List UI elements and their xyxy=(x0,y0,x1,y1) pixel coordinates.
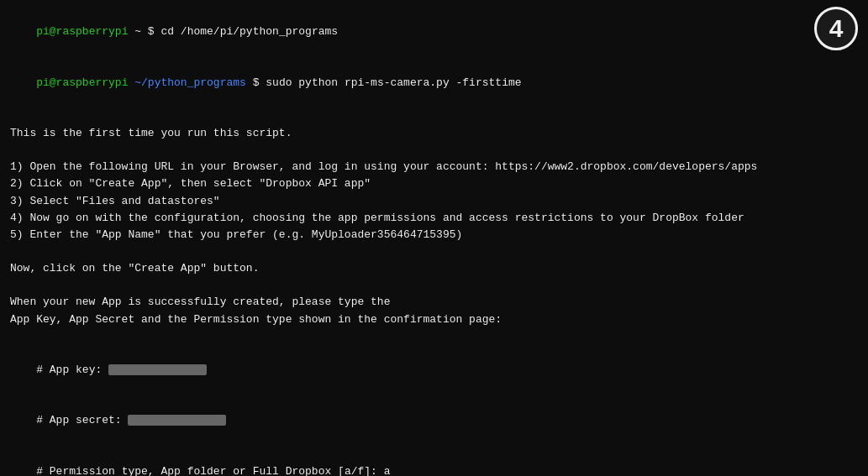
terminal-line: pi@raspberrypi ~ $ cd /home/pi/python_pr… xyxy=(10,7,858,57)
terminal-line: This is the first time you run this scri… xyxy=(10,125,858,142)
prompt-user: pi@raspberrypi xyxy=(36,76,128,89)
cmd-text: sudo python rpi-ms-camera.py -firsttime xyxy=(266,76,521,89)
terminal-line: App Key, App Secret and the Permission t… xyxy=(10,311,858,328)
prompt-dir: ~/python_programs xyxy=(128,76,245,89)
terminal-line: When your new App is successfully create… xyxy=(10,294,858,311)
blank-line xyxy=(10,142,858,159)
blank-line xyxy=(10,108,858,125)
cmd-text: cd /home/pi/python_programs xyxy=(160,25,338,38)
terminal-line-permission: # Permission type, App folder or Full Dr… xyxy=(10,447,858,476)
step-badge: 4 xyxy=(814,7,858,50)
terminal-line-appsecret: # App secret: xyxy=(10,395,858,446)
terminal-line: 3) Select "Files and datastores" xyxy=(10,193,858,210)
prompt-sym: $ xyxy=(246,76,266,89)
blank-line xyxy=(10,243,858,260)
terminal-line: 1) Open the following URL in your Browse… xyxy=(10,159,858,175)
terminal-line: 5) Enter the "App Name" that you prefer … xyxy=(10,227,858,243)
redacted-appkey xyxy=(108,364,207,375)
prompt-sym: ~ $ xyxy=(128,25,160,38)
terminal-line: pi@raspberrypi ~/python_programs $ sudo … xyxy=(10,57,858,107)
redacted-appsecret xyxy=(128,415,226,426)
terminal-line: 4) Now go on with the configuration, cho… xyxy=(10,210,858,227)
terminal-line: Now, click on the "Create App" button. xyxy=(10,260,858,277)
terminal-line: 2) Click on "Create App", then select "D… xyxy=(10,175,858,192)
terminal-line-appkey: # App key: xyxy=(10,345,858,395)
terminal: pi@raspberrypi ~ $ cd /home/pi/python_pr… xyxy=(0,0,868,476)
blank-line xyxy=(10,328,858,345)
blank-line xyxy=(10,277,858,294)
prompt-user: pi@raspberrypi xyxy=(36,25,128,38)
